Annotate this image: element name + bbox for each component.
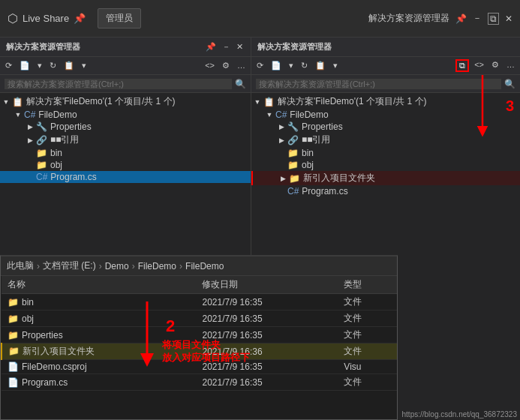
pin-icon-2: 📌 [455, 14, 467, 24]
breadcrumb-filedemo1: FileDemo [138, 261, 176, 272]
annotation-2: 2 [166, 316, 175, 336]
left-solution-item[interactable]: ▼ 📋 解决方案'FileDemo'(1 个项目/共 1 个) [0, 94, 251, 109]
right-panel-title-top: 解决方案资源管理器 [368, 12, 449, 25]
file-kind-csproj: Visu [338, 360, 397, 374]
right-project-item[interactable]: ▼ C# FileDemo [251, 109, 520, 121]
minus-icon[interactable]: － [473, 12, 482, 25]
right-arrow-refs: ▶ [275, 136, 287, 144]
breadcrumb-demo: Demo [105, 261, 129, 272]
right-properties-label: Properties [302, 122, 343, 132]
properties-icon: 🔧 [36, 122, 47, 132]
file-name-programcs: 📄Program.cs [2, 374, 196, 391]
right-new-folder-icon: 📁 [289, 173, 300, 184]
left-search-icon[interactable]: 🔍 [235, 79, 246, 89]
right-tree-refs[interactable]: ▶ 🔗 ■■引用 [251, 133, 520, 147]
right-panel-header: 解决方案资源管理器 [251, 38, 520, 57]
col-type: 类型 [338, 276, 397, 294]
toolbar-icon-4[interactable]: ↻ [47, 60, 59, 71]
left-pin-icon[interactable]: 📌 [204, 42, 218, 52]
toolbar-icon-5[interactable]: 📋 [62, 60, 77, 71]
left-solution-arrow: ▼ [0, 98, 12, 106]
file-explorer: 此电脑 › 文档管理 (E:) › Demo › FileDemo › File… [0, 255, 398, 420]
toolbar-icon-1[interactable]: ⟳ [3, 60, 14, 71]
left-search-input[interactable] [5, 79, 232, 89]
obj-label: obj [50, 160, 62, 170]
right-toolbar-icon-7[interactable]: <> [472, 59, 486, 72]
col-name: 名称 [2, 276, 196, 294]
manager-button[interactable]: 管理员 [98, 8, 141, 28]
right-arrow-new-folder: ▶ [277, 175, 289, 182]
right-tree-obj[interactable]: 📁 obj [251, 159, 520, 171]
file-name-bin: 📁bin [2, 294, 196, 310]
right-new-folder-label: 新引入项目文件夹 [303, 172, 375, 184]
right-toolbar-icon-6[interactable]: ▾ [331, 60, 340, 71]
right-bin-label: bin [302, 148, 314, 158]
annotation-text: 将项目文件夹 放入对应项目路径下 [162, 339, 250, 364]
file-row-obj[interactable]: 📁obj 2021/7/9 16:35 文件 [2, 310, 397, 327]
copy-icon[interactable]: ⧉ [488, 13, 499, 25]
right-refs-icon: 🔗 [287, 135, 299, 146]
program-icon: C# [36, 172, 47, 182]
right-solution-arrow: ▼ [251, 98, 263, 106]
right-tree-new-folder[interactable]: ▶ 📁 新引入项目文件夹 [251, 171, 520, 185]
left-panel-header: 解决方案资源管理器 📌 － ✕ [0, 38, 251, 57]
share-icon: ⬡ [8, 11, 18, 26]
right-program-icon: C# [287, 186, 299, 196]
left-minus-icon[interactable]: － [221, 41, 232, 52]
toolbar-icon-2[interactable]: 📄 [17, 60, 32, 71]
breadcrumb-pc: 此电脑 [7, 260, 34, 272]
left-tree-refs[interactable]: ▶ 🔗 ■■引用 [0, 133, 251, 147]
file-kind-properties: 文件 [338, 327, 397, 344]
toolbar-icon-6[interactable]: ▾ [80, 60, 89, 71]
left-panel-title: 解决方案资源管理器 [6, 41, 80, 52]
properties-label: Properties [50, 122, 92, 132]
pin-icon: 📌 [74, 13, 86, 24]
live-share-label: Live Share [23, 13, 69, 24]
file-explorer-breadcrumb: 此电脑 › 文档管理 (E:) › Demo › FileDemo › File… [1, 256, 397, 276]
annotation-line-1: 将项目文件夹 [162, 339, 221, 350]
right-solution-item[interactable]: ▼ 📋 解决方案'FileDemo'(1 个项目/共 1 个) [251, 94, 520, 109]
solution-icon: 📋 [12, 97, 23, 107]
right-toolbar-icon-1[interactable]: ⟳ [254, 60, 266, 71]
right-toolbar-icon-copy[interactable]: ⧉ [455, 59, 469, 72]
left-tree-obj[interactable]: 📁 obj [0, 159, 251, 171]
right-search-input[interactable] [256, 79, 501, 89]
arrow-properties: ▶ [24, 123, 36, 130]
toolbar-icon-7[interactable]: <> [203, 60, 217, 71]
left-close-icon[interactable]: ✕ [235, 42, 245, 52]
left-toolbar: ⟳ 📄 ▾ ↻ 📋 ▾ <> ⚙ … [0, 57, 251, 75]
folder-icon: 📁 [8, 314, 19, 324]
right-program-label: Program.cs [302, 186, 347, 196]
right-toolbar: ⟳ 📄 ▾ ↻ 📋 ▾ ⧉ <> ⚙ … [251, 57, 520, 75]
file-row-bin[interactable]: 📁bin 2021/7/9 16:35 文件 [2, 294, 397, 310]
file-row-programcs[interactable]: 📄Program.cs 2021/7/9 16:35 文件 [2, 374, 397, 391]
right-toolbar-icon-3[interactable]: ▾ [287, 60, 296, 71]
right-toolbar-icon-4[interactable]: ↻ [299, 60, 310, 71]
right-search-icon[interactable]: 🔍 [504, 79, 515, 89]
file-kind-new-folder: 文件 [338, 344, 397, 360]
toolbar-icon-9[interactable]: … [235, 60, 248, 71]
left-tree-properties[interactable]: ▶ 🔧 Properties [0, 121, 251, 133]
toolbar-icon-8[interactable]: ⚙ [220, 60, 232, 71]
file-date-obj: 2021/7/9 16:35 [196, 310, 338, 327]
toolbar-icon-3[interactable]: ▾ [35, 60, 44, 71]
right-toolbar-icon-2[interactable]: 📄 [269, 60, 284, 71]
left-tree-program[interactable]: C# Program.cs [0, 171, 251, 183]
left-project-label: FileDemo [38, 110, 77, 120]
right-properties-icon: 🔧 [287, 122, 299, 132]
left-project-item[interactable]: ▼ C# FileDemo [0, 109, 251, 121]
right-tree-properties[interactable]: ▶ 🔧 Properties [251, 121, 520, 133]
close-icon[interactable]: ✕ [505, 14, 512, 24]
right-obj-label: obj [302, 160, 314, 170]
right-toolbar-icon-9[interactable]: … [504, 59, 517, 72]
left-tree-bin[interactable]: 📁 bin [0, 147, 251, 159]
project-icon: C# [24, 110, 35, 120]
annotation-3: 3 [506, 98, 514, 115]
file-date-bin: 2021/7/9 16:35 [196, 294, 338, 310]
right-obj-icon: 📁 [287, 160, 299, 170]
refs-icon: 🔗 [36, 135, 47, 146]
right-toolbar-icon-5[interactable]: 📋 [313, 60, 328, 71]
right-toolbar-icon-8[interactable]: ⚙ [489, 59, 501, 72]
right-tree-bin[interactable]: 📁 bin [251, 147, 520, 159]
right-tree-program[interactable]: C# Program.cs [251, 185, 520, 197]
